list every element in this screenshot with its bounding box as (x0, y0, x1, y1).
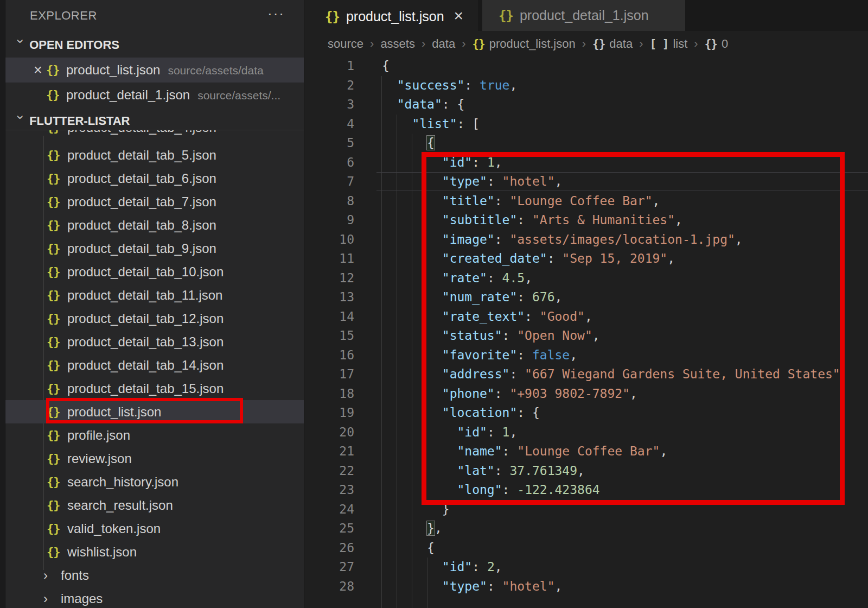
code-line: 9 "subtitle": "Arts & Humanities", (304, 211, 868, 230)
tree-file-item[interactable]: {}wishlist.json (5, 540, 304, 563)
code-token: "image" (442, 232, 495, 246)
tree-file-item[interactable]: {}product_detail_tab_11.json (5, 283, 304, 307)
editor-tab[interactable]: {}product_list.json× (304, 0, 478, 31)
project-section-header[interactable]: › FLUTTER-LISTAR (5, 110, 304, 130)
line-number: 20 (304, 423, 354, 442)
code-token: : (517, 348, 532, 362)
breadcrumb-item[interactable]: list (673, 37, 687, 50)
code-token: : (472, 155, 487, 169)
tree-file-item[interactable]: {}product_detail_tab_6.json (5, 167, 304, 190)
tree-file-item[interactable]: {}valid_token.json (5, 517, 304, 540)
code-token: , (735, 232, 743, 246)
code-token: false (532, 348, 570, 362)
open-editor-path: source/assets/... (197, 89, 280, 102)
json-file-icon: {} (47, 353, 60, 377)
code-line-text: "subtitle": "Arts & Humanities", (382, 211, 682, 230)
close-icon[interactable]: × (31, 58, 45, 83)
tree-file-item[interactable]: {}product_detail_tab_14.json (5, 353, 304, 377)
line-number: 8 (304, 192, 354, 211)
code-token: "phone" (442, 387, 495, 401)
file-name: product_detail_tab_12.json (67, 307, 224, 330)
line-number: 15 (304, 326, 354, 346)
file-tree: {}product_detail_tab_4.json{}product_det… (5, 110, 304, 608)
tree-file-item[interactable]: {}product_detail_tab_13.json (5, 330, 304, 353)
code-token: , (675, 213, 682, 227)
code-line: 5 { (304, 134, 868, 153)
code-line: 14 "rate_text": "Good", (304, 307, 868, 327)
code-token: "id" (442, 560, 472, 574)
tree-file-item[interactable]: {}product_detail_tab_15.json (5, 377, 304, 400)
file-name: product_detail_tab_5.json (67, 143, 216, 167)
code-token: , (660, 444, 667, 458)
breadcrumb-item[interactable]: assets (380, 37, 415, 50)
code-token: "type" (442, 579, 487, 593)
file-name: product_detail_tab_9.json (67, 237, 216, 260)
tree-file-item[interactable]: {}product_detail_tab_5.json (5, 143, 304, 167)
code-token: : (502, 444, 518, 458)
line-number: 28 (304, 577, 354, 597)
object-symbol-icon: {} (705, 37, 717, 50)
breadcrumb-item[interactable]: source (328, 37, 363, 50)
tree-file-item[interactable]: {}product_detail_tab_8.json (5, 213, 304, 237)
code-token: : (517, 213, 532, 227)
open-editor-item[interactable]: {}product_detail_1.jsonsource/assets/... (5, 83, 304, 107)
tree-file-item[interactable]: {}search_result.json (5, 493, 304, 517)
file-name: product_detail_tab_6.json (67, 167, 216, 190)
tree-file-item[interactable]: {}product_detail_tab_9.json (5, 237, 304, 260)
code-token: { (382, 541, 435, 555)
object-symbol-icon: {} (592, 37, 605, 50)
tree-file-item[interactable]: {}search_history.json (5, 470, 304, 493)
code-editor[interactable]: 1{2 "success": true,3 "data": {4 "list":… (304, 56, 868, 608)
code-line-text: { (382, 56, 390, 76)
code-token: , (495, 560, 502, 574)
breadcrumb-item[interactable]: product_list.json (489, 37, 576, 50)
current-line-highlight (376, 172, 868, 191)
tree-file-item[interactable]: {}product_detail_tab_12.json (5, 307, 304, 330)
tree-file-item[interactable]: {}product_list.json (5, 400, 304, 423)
code-token: : (487, 271, 502, 285)
code-token: : (525, 309, 540, 324)
line-number: 4 (304, 115, 354, 134)
code-line-text: { (382, 134, 435, 153)
json-file-icon: {} (47, 447, 60, 470)
code-token: : (509, 367, 525, 381)
tree-file-item[interactable]: {}product_detail_tab_10.json (5, 260, 304, 283)
code-token: "created_date" (442, 251, 547, 265)
json-file-icon: {} (47, 307, 60, 330)
code-line: 23 "long": -122.423864 (304, 480, 868, 500)
breadcrumb-item[interactable]: data (609, 37, 633, 50)
file-name: search_result.json (67, 493, 173, 517)
line-number: 24 (304, 500, 354, 520)
breadcrumb-item[interactable]: 0 (722, 37, 728, 50)
code-line: 10 "image": "assets/images/location-1.jp… (304, 230, 868, 250)
json-file-icon: {} (47, 493, 60, 517)
breadcrumb-item[interactable]: data (432, 37, 455, 50)
line-number: 25 (304, 519, 354, 539)
close-icon[interactable]: × (454, 7, 464, 24)
code-line: 4 "list": [ (304, 115, 868, 134)
tree-folder-item[interactable]: ›fonts (5, 563, 304, 587)
tree-folder-item[interactable]: ›images (5, 587, 304, 608)
breadcrumb-separator-icon: › (639, 37, 643, 50)
open-editors-header[interactable]: › OPEN EDITORS (5, 34, 304, 55)
code-line-text: "data": { (382, 95, 464, 115)
file-name: product_detail_tab_15.json (67, 377, 224, 400)
json-file-icon: {} (47, 213, 60, 237)
tree-file-item[interactable]: {}profile.json (5, 423, 304, 447)
more-actions-icon[interactable]: ··· (267, 5, 285, 22)
code-token (382, 444, 457, 458)
editor-tab[interactable]: {}product_detail_1.json (482, 0, 685, 31)
tree-file-item[interactable]: {}product_detail_tab_7.json (5, 190, 304, 213)
code-token: "long" (457, 483, 502, 497)
code-token: : (502, 483, 518, 497)
open-editor-item[interactable]: ×{}product_list.jsonsource/assets/data (5, 58, 304, 83)
breadcrumb-separator-icon: › (582, 37, 586, 50)
code-token: "lat" (457, 464, 494, 478)
line-number: 26 (304, 539, 354, 558)
code-token: "status" (442, 328, 502, 343)
line-number: 6 (304, 153, 354, 173)
breadcrumb[interactable]: source›assets›data›{}product_list.json›{… (304, 31, 868, 56)
tree-file-item[interactable]: {}review.json (5, 447, 304, 470)
code-token (382, 521, 427, 535)
code-token (382, 78, 397, 92)
